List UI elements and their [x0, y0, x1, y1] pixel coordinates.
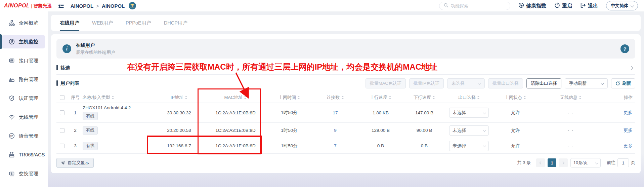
sidebar-collapse-icon[interactable]	[58, 2, 65, 9]
logout-button[interactable]: 退出	[580, 2, 598, 9]
sort-icon[interactable]	[579, 96, 582, 99]
tab-dhcp-users[interactable]: DHCP用户	[164, 15, 187, 31]
sort-icon[interactable]	[389, 96, 391, 99]
sidebar-item-host-monitor[interactable]: 主机监控	[2, 35, 45, 48]
col-wireless-info[interactable]: 无线信息	[539, 95, 603, 101]
export-select-value: 未选择	[453, 110, 466, 116]
refresh-label: 刷新	[622, 80, 631, 86]
refresh-mode-select[interactable]: 手动刷新	[565, 78, 608, 88]
access-type-tag: 有线	[83, 142, 98, 150]
router-icon	[9, 76, 15, 82]
sidebar-item-label: 认证管理	[19, 95, 38, 102]
sort-icon[interactable]	[477, 96, 480, 99]
sort-icon[interactable]	[297, 96, 300, 99]
tab-web-users[interactable]: WEB用户	[92, 15, 113, 31]
restart-button[interactable]: 重启	[554, 2, 572, 9]
sidebar-item-interface[interactable]: 接口管理	[2, 54, 45, 67]
batch-export-select[interactable]: 未选择	[447, 78, 485, 88]
more-actions-link[interactable]: 更多	[624, 127, 633, 134]
chevron-right-icon[interactable]	[629, 66, 633, 70]
sidebar-item-label: 主机监控	[19, 39, 38, 45]
filter-section[interactable]: 筛选	[56, 61, 635, 75]
sort-icon[interactable]	[112, 96, 114, 99]
export-select[interactable]: 未选择	[449, 125, 489, 136]
chevron-right-icon	[561, 161, 565, 164]
logo-subtext: 智慧光迅	[34, 3, 52, 9]
sort-icon[interactable]	[523, 96, 526, 99]
connection-count-link[interactable]: 7	[334, 143, 337, 148]
row-seq: 1	[68, 110, 83, 115]
language-selector[interactable]: 中文简体	[606, 1, 638, 10]
sidebar-item-network-overview[interactable]: 全网概览	[2, 16, 45, 30]
connection-count-link[interactable]: 17	[333, 110, 338, 115]
logo-divider: |	[31, 3, 32, 8]
online-status: 允许	[492, 110, 539, 116]
sort-icon[interactable]	[185, 96, 187, 99]
next-page-button[interactable]	[559, 158, 568, 167]
more-actions-link[interactable]: 更多	[624, 143, 633, 149]
download-speed: 90.00 B	[402, 128, 446, 133]
sidebar-item-authentication[interactable]: 认证管理	[2, 91, 45, 105]
col-online-status[interactable]: 上网状态	[492, 95, 539, 101]
sidebar-item-label: 无线管理	[19, 114, 38, 120]
col-online-time[interactable]: 上网时间	[267, 95, 312, 101]
batch-mac-exempt-button[interactable]: 批量MAC免认证	[366, 78, 406, 88]
tab-online-users[interactable]: 在线用户	[60, 15, 79, 31]
logout-label: 退出	[588, 3, 598, 9]
sidebar-item-voice[interactable]: SIP 语音管理	[2, 129, 45, 143]
breadcrumb-root[interactable]: AINOPOL	[71, 3, 93, 9]
export-select[interactable]: 未选择	[449, 108, 489, 118]
banner-title: 在线用户	[76, 42, 620, 48]
clear-export-button[interactable]: 清除出口选择	[526, 78, 561, 88]
row-checkbox[interactable]	[60, 110, 65, 115]
online-time: 1时50分	[267, 143, 312, 149]
chevron-down-icon	[483, 128, 486, 132]
table-header: 序号 名称/接入类型 IP地址 MAC地址 上网时间 连接数 上行速度 下行速度…	[56, 92, 635, 103]
health-index-button[interactable]: 健康指数	[518, 2, 546, 9]
prev-page-button[interactable]	[536, 158, 545, 167]
col-download-speed[interactable]: 下行速度	[402, 95, 446, 101]
row-checkbox[interactable]	[60, 144, 65, 148]
access-type-tag: 有线	[83, 112, 98, 120]
more-actions-link[interactable]: 更多	[624, 110, 633, 116]
sort-icon[interactable]	[341, 96, 344, 99]
sort-icon[interactable]	[244, 96, 247, 99]
customize-display-button[interactable]: 自定义显示	[56, 158, 94, 168]
health-label: 健康指数	[526, 3, 546, 9]
breadcrumb-current[interactable]: AINOPOL	[102, 3, 125, 9]
info-banner: i 在线用户 展示在线的终端用户 ?	[56, 39, 635, 59]
current-page[interactable]: 1	[548, 158, 556, 167]
sidebar-item-tr069[interactable]: TR069/ACS	[2, 148, 45, 161]
col-connections[interactable]: 连接数	[312, 95, 359, 101]
col-ip[interactable]: IP地址	[154, 95, 204, 101]
table-footer: 自定义显示 共 3 条 1 10条/页 前往 页	[56, 158, 635, 168]
col-export-select[interactable]: 出口选择	[446, 95, 492, 101]
global-search[interactable]	[439, 2, 510, 10]
chevron-down-icon	[478, 81, 481, 85]
goto-page-input[interactable]	[617, 158, 629, 167]
batch-export-button[interactable]: 批量出口选择	[488, 78, 523, 88]
select-all-checkbox[interactable]	[60, 95, 65, 100]
breadcrumb-separator: >	[96, 3, 99, 9]
download-speed: 0 B	[402, 143, 446, 148]
col-upload-speed[interactable]: 上行速度	[359, 95, 402, 101]
user-monitor-icon	[9, 39, 15, 45]
ip-address: 20.20.20.53	[154, 128, 204, 133]
connection-count-link[interactable]: 9	[334, 128, 337, 133]
export-select[interactable]: 未选择	[449, 141, 489, 151]
help-icon[interactable]: ?	[620, 44, 629, 53]
sidebar-item-switching[interactable]: 交换管理	[2, 167, 45, 180]
sidebar-item-wireless[interactable]: 无线管理	[2, 110, 45, 124]
refresh-button[interactable]: 刷新	[611, 78, 635, 88]
sidebar-item-routing[interactable]: 路由管理	[2, 73, 45, 86]
chevron-down-icon	[595, 161, 598, 164]
row-checkbox[interactable]	[60, 128, 65, 133]
col-mac[interactable]: MAC地址	[204, 95, 267, 101]
tab-pppoe-users[interactable]: PPPoE用户	[126, 15, 151, 31]
sort-icon[interactable]	[432, 96, 435, 99]
search-input[interactable]	[451, 3, 501, 8]
mac-address: 1C:2A:A3:1E:0B:8D	[204, 143, 267, 148]
batch-ip-exempt-button[interactable]: 批量IP免认证	[409, 78, 444, 88]
col-name-type[interactable]: 名称/接入类型	[83, 95, 154, 101]
page-size-select[interactable]: 10条/页	[570, 158, 601, 167]
